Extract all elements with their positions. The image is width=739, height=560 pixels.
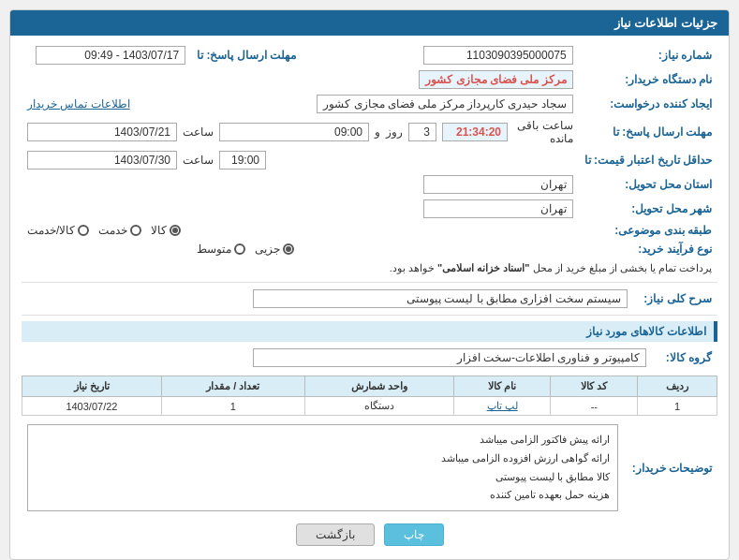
cell-tedad: 1	[161, 397, 304, 416]
ostan-label: استان محل تحویل:	[579, 172, 717, 197]
page-title: جزئیات اطلاعات نیاز	[614, 16, 717, 30]
table-body: 1 -- لپ تاپ دستگاه 1 1403/07/22	[22, 397, 717, 416]
col-tarikh: تاریخ نیاز	[22, 376, 162, 397]
tarikh-value: 1403/07/17 - 09:49	[36, 46, 185, 65]
ijad-konande-value: سجاد حیدری کارپرداز مرکز ملی فضای مجازی …	[317, 95, 572, 113]
card-body: شماره نیاز: 1103090395000075 مهلت ارسال …	[10, 36, 729, 559]
hadaghal-label: حداقل تاریخ اعتبار قیمت: تا	[579, 148, 717, 172]
nove-farayand-label: نوع فرآیند خرید:	[579, 240, 717, 258]
mohlat-time: 09:00	[219, 123, 369, 141]
button-bar: چاپ بازگشت	[22, 523, 717, 552]
nove-farayand-radio-group: متوسط جزیی	[197, 243, 573, 256]
mohlat-label: مهلت ارسال پاسخ: تا	[579, 116, 717, 148]
shomare-niaz-value: 1103090395000075	[423, 46, 573, 65]
description-line: ارائه گواهی ارزش افزوده الزامی میباشد	[36, 449, 610, 468]
col-tedad: تعداد / مقدار	[161, 376, 304, 397]
row-mohlat: مهلت ارسال پاسخ: تا 1403/07/21 ساعت 09:0…	[22, 116, 717, 148]
nove-farayand-option-motavasset[interactable]: متوسط	[197, 243, 245, 256]
tabaqe-option-kala-khedmat[interactable]: کالا/خدمت	[27, 224, 89, 237]
ostan-value: تهران	[423, 175, 573, 194]
main-card: جزئیات اطلاعات نیاز شماره نیاز: 11030903…	[9, 9, 730, 560]
row-shahr: شهر محل تحویل: تهران	[22, 197, 717, 221]
table-header-row: ردیف کد کالا نام کالا واحد شمارش تعداد /…	[22, 376, 717, 397]
bazgasht-button[interactable]: بازگشت	[296, 523, 375, 546]
sarj-value: سیستم سخت افزاری مطابق با لیست پیوستی	[253, 289, 628, 308]
ettelaat-tamas-link[interactable]: اطلاعات تماس خریدار	[27, 97, 130, 111]
divider-2	[22, 315, 717, 316]
group-kala-value: کامپیوتر و فناوری اطلاعات-سخت افزار	[253, 348, 646, 367]
hadaghal-time: 19:00	[219, 151, 266, 169]
group-kala-table: گروه کالا: کامپیوتر و فناوری اطلاعات-سخت…	[22, 346, 717, 370]
mohlat-date: 1403/07/21	[27, 123, 177, 141]
description-line: ارائه پیش فاکتور الزامی میباشد	[36, 431, 610, 449]
description-line: هزینه حمل بعهده تامین کننده	[36, 486, 610, 505]
divider-1	[22, 282, 717, 283]
kala-table: ردیف کد کالا نام کالا واحد شمارش تعداد /…	[22, 376, 717, 416]
col-nam-kala: نام کالا	[454, 376, 551, 397]
row-hadaghal: حداقل تاریخ اعتبار قیمت: تا 1403/07/30 س…	[22, 148, 717, 172]
shomare-niaz-label: شماره نیاز:	[579, 43, 717, 67]
radio-dot-motavasset	[234, 243, 245, 255]
cell-nam-kala[interactable]: لپ تاپ	[454, 397, 551, 416]
description-table: توضیحات خریدار: ارائه پیش فاکتور الزامی …	[22, 421, 717, 514]
nove-farayand-option-jozi[interactable]: جزیی	[255, 243, 294, 256]
col-kod-kala: کد کالا	[551, 376, 638, 397]
row-description: توضیحات خریدار: ارائه پیش فاکتور الزامی …	[22, 421, 717, 514]
cell-kod-kala: --	[551, 397, 638, 416]
ijad-konande-label: ایجاد کننده درخواست:	[579, 92, 717, 116]
nam-dastgah-value: مرکز ملی فضای مجازی کشور	[419, 70, 572, 89]
hadaghal-date: 1403/07/30	[27, 151, 177, 169]
description-box: ارائه پیش فاکتور الزامی میباشدارائه گواه…	[27, 424, 618, 511]
row-nam-dastgah: نام دستگاه خریدار: مرکز ملی فضای مجازی ک…	[22, 67, 717, 92]
mohlat-roz: 3	[408, 123, 436, 141]
card-header: جزئیات اطلاعات نیاز	[10, 10, 729, 36]
row-ijad-konande: ایجاد کننده درخواست: سجاد حیدری کارپرداز…	[22, 92, 717, 116]
radio-dot-kala	[170, 225, 181, 236]
col-radif: ردیف	[638, 376, 717, 397]
row-group-kala: گروه کالا: کامپیوتر و فناوری اطلاعات-سخت…	[22, 346, 717, 370]
chap-button[interactable]: چاپ	[384, 523, 444, 546]
tabaqe-radio-group: کالا/خدمت خدمت کالا	[27, 224, 573, 237]
row-sarj: سرح کلی نیاز: سیستم سخت افزاری مطابق با …	[22, 287, 717, 311]
tabaqe-option-khedmat[interactable]: خدمت	[98, 224, 141, 237]
row-ostan: استان محل تحویل: تهران	[22, 172, 717, 197]
radio-dot-kala-khedmat	[78, 225, 89, 236]
sarj-table: سرح کلی نیاز: سیستم سخت افزاری مطابق با …	[22, 287, 717, 311]
cell-vahed: دستگاه	[304, 397, 453, 416]
note-text: پرداخت تمام یا بخشی از مبلغ خرید از محل	[533, 262, 712, 273]
row-nove-farayand: نوع فرآیند خرید: متوسط جزیی	[22, 240, 717, 258]
radio-dot-jozi	[283, 243, 294, 255]
info-table: شماره نیاز: 1103090395000075 مهلت ارسال …	[22, 43, 717, 278]
description-line: کالا مطابق با لیست پیوستی	[36, 468, 610, 487]
row-note: پرداخت تمام یا بخشی از مبلغ خرید از محل …	[22, 258, 717, 278]
tabaqe-label: طبقه بندی موضوعی:	[579, 221, 717, 240]
description-label: توضیحات خریدار:	[624, 421, 717, 514]
tabaqe-option-kala[interactable]: کالا	[151, 224, 181, 237]
col-vahed: واحد شمارش	[304, 376, 453, 397]
cell-tarikh: 1403/07/22	[22, 397, 162, 416]
page-container: جزئیات اطلاعات نیاز شماره نیاز: 11030903…	[0, 0, 739, 560]
cell-radif: 1	[638, 397, 717, 416]
group-kala-label: گروه کالا:	[652, 346, 717, 370]
info-section-title: اطلاعات کالاهای مورد نیاز	[22, 321, 717, 342]
sarj-label: سرح کلی نیاز:	[633, 287, 717, 311]
note-bold: "اسناد خزانه اسلامی"	[437, 262, 530, 273]
mohlat-saaat: 21:34:20	[442, 123, 508, 141]
tarikh-label: مهلت ارسال پاسخ: تا	[191, 43, 303, 67]
shahr-label: شهر محل تحویل:	[579, 197, 717, 221]
table-header: ردیف کد کالا نام کالا واحد شمارش تعداد /…	[22, 376, 717, 397]
row-tabaqe: طبقه بندی موضوعی: کالا/خدمت خدمت	[22, 221, 717, 240]
radio-dot-khedmat	[130, 225, 141, 236]
note-text2: خواهد بود.	[390, 262, 435, 273]
shahr-value: تهران	[423, 199, 573, 218]
row-shomare: شماره نیاز: 1103090395000075 مهلت ارسال …	[22, 43, 717, 67]
nam-dastgah-label: نام دستگاه خریدار:	[579, 67, 717, 92]
table-row: 1 -- لپ تاپ دستگاه 1 1403/07/22	[22, 397, 717, 416]
